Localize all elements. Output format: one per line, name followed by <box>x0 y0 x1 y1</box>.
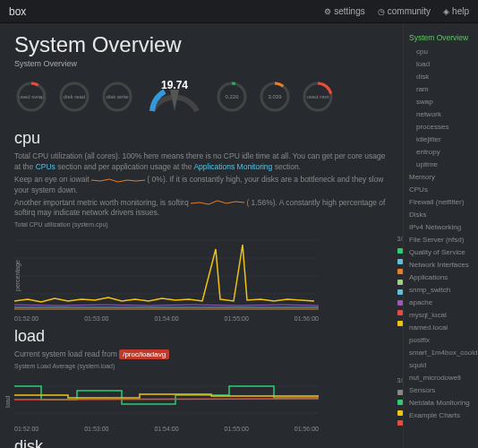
sidebar-item[interactable]: named.local <box>409 322 473 334</box>
legend-row[interactable]: load151.857 <box>397 418 404 428</box>
gauge-ram[interactable]: used ram <box>301 80 335 114</box>
svg-point-3 <box>104 83 131 110</box>
sidebar-item[interactable]: Sensors <box>409 384 473 397</box>
legend-row[interactable]: guest- <box>397 256 404 266</box>
community-link[interactable]: ◷community <box>378 6 431 16</box>
load-chart-title: System Load Average (system.load) <box>14 363 115 369</box>
section-cpu-title: cpu <box>14 129 388 148</box>
settings-link[interactable]: ⚙settings <box>324 6 364 16</box>
gauge-disk-read[interactable]: disk read <box>57 80 91 114</box>
svg-point-7 <box>261 83 288 110</box>
sidebar-item[interactable]: File Server (nfsd) <box>409 234 473 246</box>
section-load-title: load <box>14 327 388 346</box>
sidebar-item[interactable]: entropy <box>409 146 473 159</box>
load-xaxis: 01:52:0001:53:0001:54:0001:55:0001:56:00 <box>14 426 319 432</box>
gauge-net-in[interactable]: 0.226 <box>215 80 249 114</box>
svg-point-5 <box>218 83 245 110</box>
sidebar-item[interactable]: Firewall (netfilter) <box>409 196 473 209</box>
sidebar-item[interactable]: Memory <box>409 171 473 184</box>
sidebar-item[interactable]: nut_microdowell <box>409 372 473 384</box>
legend-row[interactable]: irq- <box>397 277 404 287</box>
legend-swatch <box>397 259 403 264</box>
gauge-cpu[interactable]: 19.74 <box>143 77 206 116</box>
gear-icon: ⚙ <box>324 7 331 16</box>
sidebar-item[interactable]: disk <box>409 71 473 83</box>
apps-link[interactable]: Applications Monitoring <box>193 162 272 171</box>
cpu-xaxis: 01:52:0001:53:0001:54:0001:55:0001:56:00 <box>14 315 319 322</box>
legend-row[interactable]: load <box>397 388 404 398</box>
sidebar-item[interactable]: load <box>409 58 473 71</box>
legend-row[interactable]: softirq1.56 <box>397 267 404 277</box>
cpu-desc: Total CPU utilization (all cores). 100% … <box>14 151 388 173</box>
legend-row[interactable]: load11.884 <box>397 398 404 408</box>
sidebar-item[interactable]: IPv4 Networking <box>409 221 473 234</box>
legend-swatch <box>397 410 403 416</box>
breadcrumb: System Overview <box>14 59 388 68</box>
legend-row[interactable]: guest_nice- <box>397 246 404 256</box>
sidebar-item[interactable]: snmp_switch <box>409 284 473 297</box>
gauge-row: used swap disk read disk write 19.74 0.2… <box>14 77 388 116</box>
sidebar: System Overview cpuloaddiskramswapnetwor… <box>403 23 478 448</box>
sidebar-item[interactable]: ram <box>409 83 473 96</box>
sidebar-item[interactable]: Example Charts <box>409 409 473 422</box>
sidebar-item[interactable]: Disks <box>409 209 473 221</box>
load-chart[interactable]: load 3/20/2019 1:56:26 AM loadload11.884… <box>14 373 388 424</box>
load-legend: 3/20/2019 1:56:26 AM loadload11.884load5… <box>397 376 404 429</box>
legend-swatch <box>397 300 403 306</box>
legend-row[interactable]: system3.31 <box>397 297 404 307</box>
legend-swatch <box>397 390 403 395</box>
sidebar-item[interactable]: processes <box>409 121 473 134</box>
svg-point-2 <box>61 83 88 110</box>
cpu-chart[interactable]: percentage 3/20/2019 1:56:26 AM guest_ni… <box>14 231 388 314</box>
sidebar-item[interactable]: cpu <box>409 46 473 58</box>
section-disk-title: disk <box>14 437 388 448</box>
sidebar-group-overview[interactable]: System Overview <box>409 32 473 44</box>
sidebar-item[interactable]: Quality of Service <box>409 246 473 259</box>
cpus-link[interactable]: CPUs <box>36 162 55 171</box>
svg-point-0 <box>18 83 45 110</box>
gauge-disk-write[interactable]: disk write <box>100 80 134 114</box>
legend-row[interactable]: nice- <box>397 308 404 318</box>
legend-row[interactable]: user9.48 <box>397 288 404 297</box>
sidebar-item[interactable]: Netdata Monitoring <box>409 397 473 409</box>
legend-swatch <box>397 420 403 426</box>
sidebar-item[interactable]: Network Interfaces <box>409 259 473 271</box>
sidebar-item[interactable]: mysql_local <box>409 309 473 322</box>
legend-swatch <box>397 321 403 326</box>
help-icon: ◈ <box>443 7 449 16</box>
legend-swatch <box>397 269 403 274</box>
sidebar-item[interactable]: network <box>409 108 473 121</box>
sidebar-item[interactable]: smart_1m4box_cooldisk <box>409 347 473 359</box>
sidebar-item[interactable]: idlejitter <box>409 134 473 146</box>
legend-row[interactable]: iowait0.01 <box>397 318 404 328</box>
svg-marker-4 <box>170 90 179 111</box>
cpu-chart-title: Total CPU utilization (system.cpu) <box>14 221 108 228</box>
gauge-swap[interactable]: used swap <box>14 80 48 114</box>
sidebar-item[interactable]: CPUs <box>409 184 473 196</box>
gauge-net-out[interactable]: 3.039 <box>258 80 292 114</box>
legend-swatch <box>397 248 403 254</box>
sidebar-item[interactable]: swap <box>409 96 473 108</box>
sidebar-item[interactable]: apache <box>409 297 473 309</box>
community-icon: ◷ <box>378 7 385 16</box>
sidebar-item[interactable]: uptime <box>409 159 473 171</box>
legend-row[interactable]: load51.892 <box>397 409 404 418</box>
sidebar-item[interactable]: Applications <box>409 271 473 284</box>
page-title: System Overview <box>14 32 388 57</box>
legend-swatch <box>397 280 403 285</box>
sidebar-item[interactable]: squid <box>409 359 473 372</box>
help-link[interactable]: ◈help <box>443 6 469 16</box>
legend-swatch <box>397 310 403 315</box>
app-title: box <box>9 5 26 18</box>
legend-swatch <box>397 400 403 405</box>
topbar: box ⚙settings ◷community ◈help <box>0 0 478 23</box>
loadavg-badge: /proc/loadavg <box>119 349 169 359</box>
main-content: System Overview System Overview used swa… <box>0 23 403 448</box>
legend-swatch <box>397 289 403 295</box>
cpu-legend: 3/20/2019 1:56:26 AM guest_nice-guest-so… <box>397 235 404 329</box>
sidebar-item[interactable]: postfix <box>409 334 473 347</box>
